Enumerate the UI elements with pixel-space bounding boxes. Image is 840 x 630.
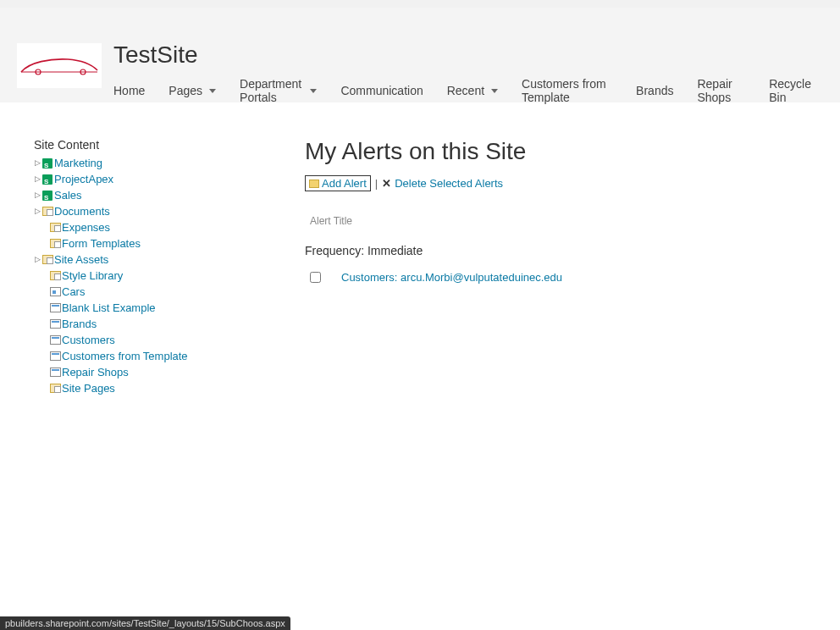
tree-item-link[interactable]: Site Pages [62, 380, 115, 396]
chevron-down-icon [209, 89, 216, 93]
car-logo-icon [17, 53, 102, 79]
expand-arrow-icon[interactable]: ▷ [34, 155, 41, 171]
list-icon [49, 367, 61, 379]
nav-item-department-portals[interactable]: Department Portals [228, 77, 329, 104]
tree-item-link[interactable]: Expenses [62, 219, 110, 235]
nav-item-label: Recycle Bin [769, 77, 811, 104]
chevron-down-icon [491, 89, 498, 93]
tree-item: ▷Documents [34, 203, 288, 219]
list-icon [49, 318, 61, 330]
nav-item-communication[interactable]: Communication [329, 84, 434, 97]
site-content-tree: ▷Marketing▷ProjectApex▷Sales▷DocumentsEx… [34, 155, 288, 396]
nav-item-label: Recent [447, 84, 484, 97]
delete-icon: ✕ [382, 177, 391, 190]
list-icon [49, 302, 61, 314]
picture-library-icon [49, 286, 61, 298]
tree-item-link[interactable]: Documents [54, 203, 110, 219]
nav-item-customers-from-template[interactable]: Customers from Template [510, 77, 624, 104]
tree-item-link[interactable]: Blank List Example [62, 300, 156, 316]
library-icon [49, 222, 61, 234]
library-icon [49, 270, 61, 282]
tree-item-link[interactable]: Marketing [54, 155, 102, 171]
tree-item-link[interactable]: Repair Shops [62, 364, 129, 380]
tree-item-link[interactable]: ProjectApex [54, 171, 113, 187]
nav-item-label: Brands [636, 84, 673, 97]
expand-arrow-icon[interactable]: ▷ [34, 187, 41, 203]
expand-arrow-icon[interactable]: ▷ [34, 251, 41, 268]
tree-item: ▷ProjectApex [34, 171, 288, 187]
tree-item: Form Templates [34, 235, 288, 251]
library-icon [41, 254, 53, 266]
nav-item-pages[interactable]: Pages [157, 84, 228, 97]
tree-item: Brands [34, 316, 288, 332]
tree-item-link[interactable]: Customers [62, 332, 115, 348]
tree-item: Cars [34, 284, 288, 300]
nav-item-label: Pages [169, 84, 202, 97]
list-icon [49, 334, 61, 346]
sharepoint-site-icon [41, 190, 53, 202]
nav-item-repair-shops[interactable]: Repair Shops [685, 77, 757, 104]
browser-status-bar: pbuilders.sharepoint.com/sites/TestSite/… [0, 616, 290, 630]
toolbar-separator: | [375, 177, 378, 190]
main-content: My Alerts on this Site Add Alert | ✕ Del… [305, 138, 840, 396]
alerts-toolbar: Add Alert | ✕ Delete Selected Alerts [305, 175, 806, 191]
nav-item-recent[interactable]: Recent [435, 84, 510, 97]
library-icon [49, 383, 61, 395]
nav-item-home[interactable]: Home [113, 84, 157, 97]
tree-item: ▷Marketing [34, 155, 288, 171]
tree-item: Blank List Example [34, 300, 288, 316]
alert-link[interactable]: Customers: arcu.Morbi@vulputateduinec.ed… [341, 271, 562, 284]
alert-row: Customers: arcu.Morbi@vulputateduinec.ed… [305, 271, 806, 284]
sidebar: Site Content ▷Marketing▷ProjectApex▷Sale… [0, 138, 305, 396]
tree-item: Repair Shops [34, 364, 288, 380]
add-alert-label: Add Alert [322, 177, 367, 190]
list-icon [49, 351, 61, 362]
tree-item-link[interactable]: Sales [54, 187, 82, 203]
alert-checkbox[interactable] [310, 272, 321, 283]
nav-item-label: Repair Shops [697, 77, 745, 104]
tree-item: Site Pages [34, 380, 288, 396]
frequency-group-label: Frequency: Immediate [305, 244, 806, 257]
suite-bar [0, 0, 840, 8]
library-icon [41, 206, 53, 218]
sidebar-title: Site Content [34, 138, 288, 152]
tree-item: Expenses [34, 219, 288, 235]
nav-item-label: Department Portals [240, 77, 303, 104]
tree-item-link[interactable]: Cars [62, 284, 85, 300]
site-logo[interactable] [17, 43, 102, 88]
nav-item-label: Communication [340, 84, 423, 97]
nav-item-recycle-bin[interactable]: Recycle Bin [757, 77, 823, 104]
nav-item-label: Customers from Template [522, 77, 612, 104]
tree-item-link[interactable]: Brands [62, 316, 97, 332]
expand-arrow-icon[interactable]: ▷ [34, 171, 41, 187]
body-area: Site Content ▷Marketing▷ProjectApex▷Sale… [0, 102, 840, 396]
tree-item: ▷Site Assets [34, 251, 288, 268]
alert-rows: Customers: arcu.Morbi@vulputateduinec.ed… [305, 271, 806, 284]
tree-item: Customers from Template [34, 348, 288, 364]
top-nav: HomePagesDepartment PortalsCommunication… [113, 77, 823, 104]
add-alert-button[interactable]: Add Alert [305, 175, 371, 191]
chevron-down-icon [310, 89, 317, 93]
tree-item: Style Library [34, 268, 288, 284]
delete-alerts-button[interactable]: ✕ Delete Selected Alerts [382, 177, 503, 190]
page-title: My Alerts on this Site [305, 138, 806, 165]
tree-item-link[interactable]: Form Templates [62, 235, 141, 251]
nav-item-brands[interactable]: Brands [624, 84, 685, 97]
tree-item: ▷Sales [34, 187, 288, 203]
site-header: TestSite HomePagesDepartment PortalsComm… [0, 8, 840, 102]
sharepoint-site-icon [41, 158, 53, 169]
delete-alerts-label: Delete Selected Alerts [395, 177, 503, 190]
tree-item-link[interactable]: Site Assets [54, 251, 108, 268]
add-alert-icon [309, 180, 319, 188]
tree-item-link[interactable]: Customers from Template [62, 348, 188, 364]
expand-arrow-icon[interactable]: ▷ [34, 203, 41, 219]
sharepoint-site-icon [41, 174, 53, 185]
tree-item-link[interactable]: Style Library [62, 268, 123, 284]
site-title[interactable]: TestSite [113, 43, 823, 67]
nav-item-label: Home [113, 84, 145, 97]
alert-title-column-header: Alert Title [310, 215, 806, 227]
library-icon [49, 238, 61, 250]
tree-item: Customers [34, 332, 288, 348]
